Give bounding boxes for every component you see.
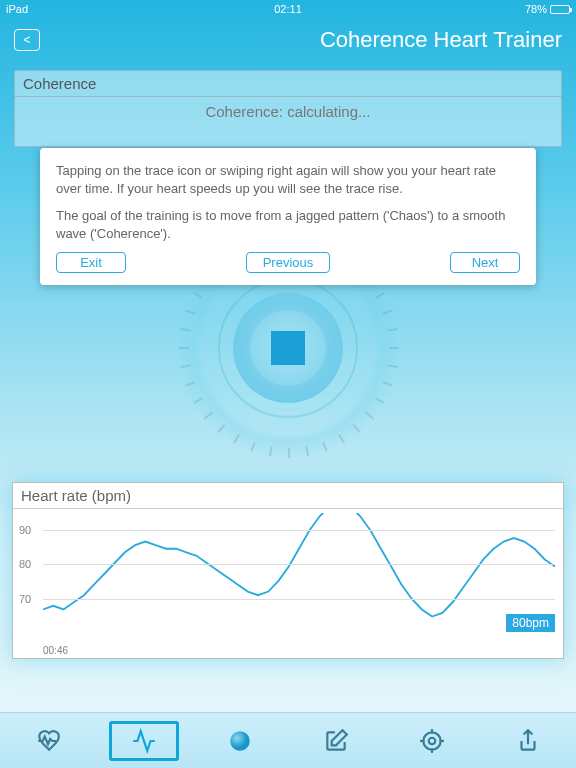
y-tick-label: 80 [19, 558, 31, 570]
svg-point-2 [429, 737, 436, 744]
status-bar: iPad 02:11 78% [0, 0, 576, 18]
back-button[interactable]: < [14, 29, 40, 51]
current-bpm-badge: 80bpm [506, 614, 555, 632]
battery-indicator: 78% [525, 3, 570, 15]
share-icon [515, 728, 541, 754]
tutorial-tooltip: Tapping on the trace icon or swiping rig… [40, 148, 536, 285]
nav-bar: < Coherence Heart Trainer [0, 18, 576, 62]
sphere-icon [227, 728, 253, 754]
stop-icon[interactable] [271, 331, 305, 365]
tab-heart[interactable] [13, 721, 83, 761]
tooltip-text-2: The goal of the training is to move from… [56, 207, 520, 242]
tab-compose[interactable] [301, 721, 371, 761]
clock: 02:11 [274, 3, 302, 15]
tab-bar [0, 712, 576, 768]
activity-icon [131, 728, 157, 754]
page-title: Coherence Heart Trainer [320, 27, 562, 53]
coherence-panel: Coherence Coherence: calculating... [14, 70, 562, 147]
chart-title: Heart rate (bpm) [13, 483, 563, 508]
next-button[interactable]: Next [450, 252, 520, 273]
exit-button[interactable]: Exit [56, 252, 126, 273]
y-tick-label: 90 [19, 524, 31, 536]
battery-icon [550, 5, 570, 14]
heart-rate-chart: Heart rate (bpm) 80bpm 00:46 708090 [12, 482, 564, 659]
x-start-label: 00:46 [43, 645, 68, 656]
svg-point-0 [230, 731, 250, 751]
tab-target[interactable] [397, 721, 467, 761]
device-label: iPad [6, 3, 28, 15]
coherence-status: Coherence: calculating... [15, 97, 561, 126]
y-tick-label: 70 [19, 593, 31, 605]
crosshair-icon [419, 728, 445, 754]
svg-point-1 [423, 732, 440, 749]
compose-icon [323, 728, 349, 754]
tooltip-text-1: Tapping on the trace icon or swiping rig… [56, 162, 520, 197]
tab-trace[interactable] [109, 721, 179, 761]
tab-globe[interactable] [205, 721, 275, 761]
previous-button[interactable]: Previous [246, 252, 331, 273]
tab-share[interactable] [493, 721, 563, 761]
coherence-header: Coherence [15, 71, 561, 97]
heart-pulse-icon [35, 728, 61, 754]
